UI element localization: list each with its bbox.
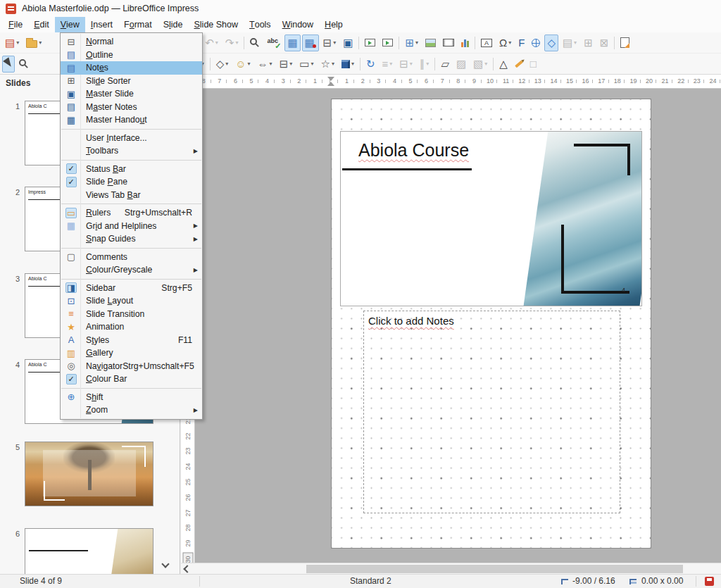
dropdown-arrow-icon[interactable]: ▾ bbox=[39, 39, 42, 46]
edit-points-icon[interactable]: △ bbox=[496, 56, 510, 73]
new-slide-icon[interactable]: ▤▾ bbox=[560, 35, 579, 51]
notes-placeholder-box[interactable]: Click to add Notes bbox=[363, 311, 620, 513]
menu-item-grid-and-helplines[interactable]: ▦Grid and Helplines▶ bbox=[61, 220, 202, 233]
dropdown-arrow-icon[interactable]: ▾ bbox=[410, 61, 413, 67]
slide-thumbnail-5[interactable] bbox=[25, 442, 153, 506]
image-filter-icon[interactable]: ▧▾ bbox=[470, 56, 490, 73]
slide-title[interactable]: Abiola Course bbox=[358, 140, 469, 161]
menubar-item-slide[interactable]: Slide bbox=[158, 17, 189, 32]
rotate-icon[interactable]: ↻ bbox=[363, 56, 378, 73]
dropdown-arrow-icon[interactable]: ▾ bbox=[270, 61, 272, 67]
menu-item-slide-transition[interactable]: ≡Slide Transition bbox=[61, 308, 202, 321]
insert-textbox-icon[interactable]: A bbox=[478, 35, 495, 51]
flowchart-icon[interactable]: ⊟▾ bbox=[277, 56, 296, 73]
horizontal-ruler[interactable]: ⌂ 87654321123456789101112131415161718192… bbox=[195, 75, 721, 89]
display-views-icon[interactable]: ⊟▾ bbox=[320, 35, 339, 51]
menu-item-sidebar[interactable]: ◨SidebarStrg+F5 bbox=[61, 282, 202, 295]
menu-item-notes[interactable]: ▤Notes bbox=[61, 61, 202, 75]
menubar-item-insert[interactable]: Insert bbox=[85, 17, 118, 32]
menu-item-zoom[interactable]: Zoom▶ bbox=[61, 404, 202, 417]
star-shapes-icon[interactable]: ☆▾ bbox=[318, 56, 337, 73]
duplicate-slide-icon[interactable]: ⊞ bbox=[581, 35, 596, 51]
menu-item-colour-greyscale[interactable]: Colour/Greyscale▶ bbox=[61, 263, 202, 277]
basic-shapes-icon[interactable]: ◇▾ bbox=[213, 56, 232, 73]
distribute-icon[interactable]: ∥▾ bbox=[417, 56, 432, 73]
start-from-current-slide-icon[interactable] bbox=[380, 35, 396, 51]
dropdown-arrow-icon[interactable]: ▾ bbox=[215, 39, 218, 46]
insert-table-icon[interactable]: ⊞▾ bbox=[402, 35, 421, 51]
menu-item-gallery[interactable]: ▥Gallery bbox=[61, 346, 202, 360]
display-grid-icon[interactable]: ▦ bbox=[284, 35, 300, 51]
menu-item-snap-guides[interactable]: Snap Guides▶ bbox=[61, 232, 202, 246]
dropdown-arrow-icon[interactable]: ▾ bbox=[235, 39, 238, 46]
dropdown-arrow-icon[interactable]: ▾ bbox=[574, 39, 577, 46]
crop-icon[interactable]: ▨ bbox=[453, 56, 469, 73]
align-objects-icon[interactable]: ≡▾ bbox=[379, 56, 395, 73]
menu-item-views-tab-bar[interactable]: Views Tab Bar bbox=[61, 189, 202, 202]
dropdown-arrow-icon[interactable]: ▾ bbox=[311, 61, 313, 67]
menubar-item-window[interactable]: Window bbox=[277, 17, 319, 32]
slide-thumbnail-6[interactable] bbox=[25, 528, 153, 574]
master-slide-toolbar-icon[interactable]: ▣ bbox=[340, 35, 356, 51]
menu-item-animation[interactable]: ★Animation bbox=[61, 320, 202, 334]
dropdown-arrow-icon[interactable]: ▾ bbox=[16, 39, 19, 46]
menu-item-master-slide[interactable]: ▣Master Slide bbox=[61, 87, 202, 101]
dropdown-arrow-icon[interactable]: ▾ bbox=[389, 61, 392, 67]
scrollbar-track[interactable] bbox=[195, 563, 721, 574]
menubar-item-format[interactable]: Format bbox=[118, 17, 158, 32]
menu-item-navigator[interactable]: ◎NavigatorStrg+Umschalt+F5 bbox=[61, 360, 202, 373]
slide-properties-icon[interactable] bbox=[617, 35, 632, 51]
menubar-item-file[interactable]: File bbox=[3, 17, 28, 32]
special-character-icon[interactable]: Ω▾ bbox=[496, 35, 514, 51]
scrollbar-thumb[interactable] bbox=[306, 565, 683, 573]
find-replace-icon[interactable] bbox=[247, 35, 263, 51]
menu-item-user-interface[interactable]: User Interface... bbox=[61, 132, 202, 145]
hyperlink-icon[interactable] bbox=[529, 35, 543, 51]
menubar-item-edit[interactable]: Edit bbox=[28, 17, 55, 32]
new-presentation-icon[interactable]: ▤▾ bbox=[2, 35, 22, 51]
dropdown-arrow-icon[interactable]: ▾ bbox=[415, 39, 418, 46]
select-icon[interactable] bbox=[2, 56, 15, 73]
menubar-item-tools[interactable]: Tools bbox=[244, 17, 277, 32]
menu-item-toolbars[interactable]: Toolbars▶ bbox=[61, 144, 202, 158]
menu-item-slide-pane[interactable]: ✓Slide Pane bbox=[61, 175, 202, 189]
dropdown-arrow-icon[interactable]: ▾ bbox=[351, 61, 354, 67]
3d-objects-icon[interactable]: ▾ bbox=[339, 56, 357, 73]
menu-item-slide-layout[interactable]: ⊡Slide Layout bbox=[61, 294, 202, 308]
snap-to-grid-icon[interactable]: ▦ bbox=[302, 35, 319, 51]
dropdown-arrow-icon[interactable]: ▾ bbox=[484, 61, 487, 67]
insert-media-icon[interactable] bbox=[440, 35, 457, 51]
menu-item-status-bar[interactable]: ✓Status Bar bbox=[61, 163, 202, 176]
notes-page[interactable]: Abiola Course 4 Click to add Notes bbox=[331, 99, 651, 549]
insert-image-icon[interactable] bbox=[422, 35, 439, 51]
menu-item-outline[interactable]: ▤Outline bbox=[61, 49, 202, 62]
menu-item-master-handout[interactable]: ▦Master Handout bbox=[61, 113, 202, 127]
glue-points-icon[interactable] bbox=[512, 56, 526, 73]
dropdown-arrow-icon[interactable]: ▾ bbox=[289, 61, 292, 67]
arrange-icon[interactable]: ⊟▾ bbox=[396, 56, 415, 73]
menu-item-shift[interactable]: ⊕Shift bbox=[61, 391, 202, 404]
delete-slide-icon[interactable]: ⊠ bbox=[597, 35, 612, 51]
start-from-first-slide-icon[interactable] bbox=[362, 35, 378, 51]
dropdown-arrow-icon[interactable]: ▾ bbox=[248, 61, 251, 67]
dropdown-arrow-icon[interactable]: ▾ bbox=[508, 39, 511, 46]
slide-preview[interactable]: Abiola Course 4 bbox=[340, 131, 642, 306]
undo-icon[interactable]: ↶▾ bbox=[202, 35, 221, 51]
block-arrows-icon[interactable]: ⇔▾ bbox=[255, 56, 275, 73]
open-file-icon[interactable]: ▾ bbox=[23, 35, 44, 51]
menu-item-colour-bar[interactable]: ✓Colour Bar bbox=[61, 373, 202, 386]
menubar-item-slide-show[interactable]: Slide Show bbox=[189, 17, 244, 32]
menu-item-comments[interactable]: ▢Comments bbox=[61, 251, 202, 264]
menu-item-styles[interactable]: AStylesF11 bbox=[61, 334, 202, 347]
dropdown-arrow-icon[interactable]: ▾ bbox=[426, 61, 429, 67]
menu-item-rulers[interactable]: ▭RulersStrg+Umschalt+R bbox=[61, 206, 202, 220]
statusbar-template-name[interactable]: Standard 2 bbox=[350, 575, 391, 588]
show-draw-functions-icon[interactable]: ◇ bbox=[544, 35, 558, 51]
insert-chart-icon[interactable] bbox=[458, 35, 472, 51]
dropdown-arrow-icon[interactable]: ▾ bbox=[332, 61, 334, 67]
spelling-icon[interactable]: abc✓ bbox=[264, 35, 283, 51]
zoom-pan-icon[interactable] bbox=[16, 56, 32, 73]
menu-item-slide-sorter[interactable]: ⊞Slide Sorter bbox=[61, 75, 202, 88]
dropdown-arrow-icon[interactable]: ▾ bbox=[333, 39, 336, 46]
symbol-shapes-icon[interactable]: ☺▾ bbox=[232, 56, 253, 73]
